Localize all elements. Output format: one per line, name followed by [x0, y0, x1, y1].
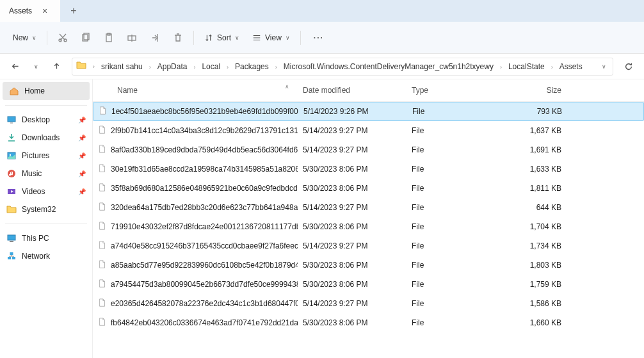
file-size: 1,803 KB — [515, 258, 567, 272]
file-type: File — [407, 124, 515, 138]
view-label: View — [265, 33, 282, 42]
file-row[interactable]: a79454475d3ab80099045e2b6673dd7dfe50ce99… — [93, 275, 644, 294]
file-row[interactable]: 1ec4f501aeaebc8bc56f95e0321b9eb4e69fd1db… — [93, 102, 644, 121]
breadcrumb-segment[interactable]: Packages — [231, 61, 273, 72]
column-type[interactable]: Type — [407, 83, 515, 97]
file-date: 5/30/2023 8:06 PM — [298, 220, 407, 234]
folder-icon — [76, 60, 86, 72]
sort-button[interactable]: Sort ∨ — [198, 33, 246, 42]
pc-icon — [6, 233, 17, 243]
file-type: File — [407, 143, 515, 157]
sort-indicator-icon: ∧ — [285, 83, 289, 90]
chevron-right-icon[interactable]: › — [90, 63, 97, 70]
file-date: 5/14/2023 9:27 PM — [298, 143, 407, 157]
sidebar-item-this-pc[interactable]: This PC — [0, 229, 92, 247]
up-button[interactable] — [47, 62, 65, 70]
view-button[interactable]: View ∨ — [246, 33, 296, 42]
file-row[interactable]: e20365d4264582078a22376e2dc434c1c3b1d680… — [93, 294, 644, 313]
pin-icon: 📌 — [78, 117, 86, 124]
refresh-button[interactable] — [620, 62, 638, 71]
chevron-right-icon[interactable]: › — [191, 64, 198, 70]
music-icon — [6, 168, 17, 179]
new-button[interactable]: New ∨ — [6, 29, 43, 46]
rename-icon[interactable] — [120, 33, 143, 43]
file-date: 5/30/2023 8:06 PM — [298, 277, 407, 291]
close-tab-icon[interactable]: × — [38, 4, 51, 17]
back-button[interactable] — [6, 62, 24, 70]
chevron-right-icon[interactable]: › — [224, 64, 231, 70]
recent-dropdown[interactable]: ∨ — [27, 63, 45, 70]
column-name[interactable]: Name — [93, 83, 298, 97]
file-row[interactable]: a74d40e58cc915246b37165435ccd0cbaee9f27f… — [93, 236, 644, 256]
breadcrumb-segment[interactable]: LocalState — [504, 61, 549, 72]
cut-icon[interactable] — [51, 33, 74, 43]
breadcrumb-segment[interactable]: Local — [198, 61, 224, 72]
address-bar: ∨ › srikant sahu›AppData›Local›Packages›… — [0, 54, 644, 79]
sidebar-item-system32[interactable]: System32 — [0, 200, 92, 218]
chevron-right-icon[interactable]: › — [147, 64, 154, 70]
chevron-down-icon: ∨ — [235, 35, 239, 41]
sidebar: Home Desktop📌Downloads📌Pictures📌Music📌Vi… — [0, 79, 93, 358]
sort-label: Sort — [217, 33, 231, 42]
pin-icon: 📌 — [78, 134, 86, 142]
copy-icon[interactable] — [74, 33, 97, 43]
sidebar-item-music[interactable]: Music📌 — [0, 165, 92, 183]
column-date[interactable]: Date modified — [298, 83, 407, 97]
column-size[interactable]: Size — [515, 83, 567, 97]
file-type: File — [407, 104, 516, 118]
chevron-right-icon[interactable]: › — [273, 64, 280, 70]
file-row[interactable]: fb64842eb043206c0336674e463ad7f0741e792d… — [93, 313, 644, 332]
file-icon — [98, 183, 107, 194]
delete-icon[interactable] — [166, 33, 189, 43]
more-button[interactable]: ··· — [305, 33, 333, 42]
downloads-icon — [6, 133, 17, 143]
file-type: File — [407, 220, 515, 234]
chevron-down-icon: ∨ — [32, 35, 36, 41]
file-name: 1ec4f501aeaebc8bc56f95e0321b9eb4e69fd1db… — [111, 107, 298, 116]
file-name: a85aabc5d77e95d922839960dc6108bc5e42f0b1… — [111, 261, 298, 270]
file-row[interactable]: 8af0ad330b189ced9dbda759d49d4db5eac56d30… — [93, 140, 644, 159]
sidebar-item-pictures[interactable]: Pictures📌 — [0, 147, 92, 165]
separator — [47, 31, 47, 45]
main-area: Home Desktop📌Downloads📌Pictures📌Music📌Vi… — [0, 79, 644, 358]
sidebar-item-network[interactable]: Network — [0, 247, 92, 265]
file-name: 320dea64a175db7ed28bb3c20d6e623c77bb641a… — [111, 203, 298, 212]
file-row[interactable]: 35f8ab69d680a12586e048965921be0c60a9c9fe… — [93, 179, 644, 198]
sidebar-item-home[interactable]: Home — [3, 82, 90, 100]
breadcrumb-segment[interactable]: AppData — [154, 61, 191, 72]
sidebar-label: Network — [22, 252, 50, 261]
paste-icon[interactable] — [97, 33, 120, 43]
breadcrumb-segment[interactable]: srikant sahu — [97, 61, 147, 72]
file-row[interactable]: 30e19fb31d65ae8ccd2a19598ca74b3145985a51… — [93, 159, 644, 179]
file-row[interactable]: 719910e43032ef2f87d8fdcae24e001213672081… — [93, 217, 644, 236]
sidebar-item-desktop[interactable]: Desktop📌 — [0, 111, 92, 129]
file-date: 5/14/2023 9:27 PM — [298, 200, 407, 215]
folder-icon — [6, 204, 17, 215]
file-row[interactable]: 320dea64a175db7ed28bb3c20d6e623c77bb641a… — [93, 198, 644, 217]
new-tab-button[interactable]: + — [60, 0, 86, 22]
sidebar-item-downloads[interactable]: Downloads📌 — [0, 129, 92, 147]
tab-assets[interactable]: Assets × — [0, 0, 60, 22]
share-icon[interactable] — [143, 33, 166, 43]
file-row[interactable]: 2f9b07b141cc14c0a34ba3c8d12c9b2629d71379… — [93, 121, 644, 140]
separator — [300, 31, 301, 45]
address-dropdown[interactable]: ∨ — [599, 63, 609, 70]
sidebar-label: Home — [24, 86, 45, 95]
breadcrumb-segment[interactable]: Microsoft.Windows.ContentDeliveryManager… — [280, 61, 497, 72]
breadcrumb-segment[interactable]: Assets — [556, 61, 586, 72]
file-date: 5/30/2023 8:06 PM — [298, 181, 407, 195]
file-icon — [98, 126, 107, 136]
file-size: 644 KB — [515, 200, 567, 215]
breadcrumb-bar[interactable]: › srikant sahu›AppData›Local›Packages›Mi… — [72, 58, 613, 76]
sort-icon — [204, 33, 213, 42]
file-size: 793 KB — [516, 104, 567, 118]
sidebar-item-videos[interactable]: Videos📌 — [0, 183, 92, 200]
file-row[interactable]: a85aabc5d77e95d922839960dc6108bc5e42f0b1… — [93, 256, 644, 275]
tab-strip: Assets × + — [0, 0, 644, 22]
file-type: File — [407, 277, 515, 291]
file-icon — [98, 222, 107, 232]
chevron-right-icon[interactable]: › — [549, 64, 556, 70]
chevron-right-icon[interactable]: › — [497, 64, 504, 70]
file-size: 1,586 KB — [515, 297, 567, 311]
sidebar-label: System32 — [22, 205, 56, 214]
